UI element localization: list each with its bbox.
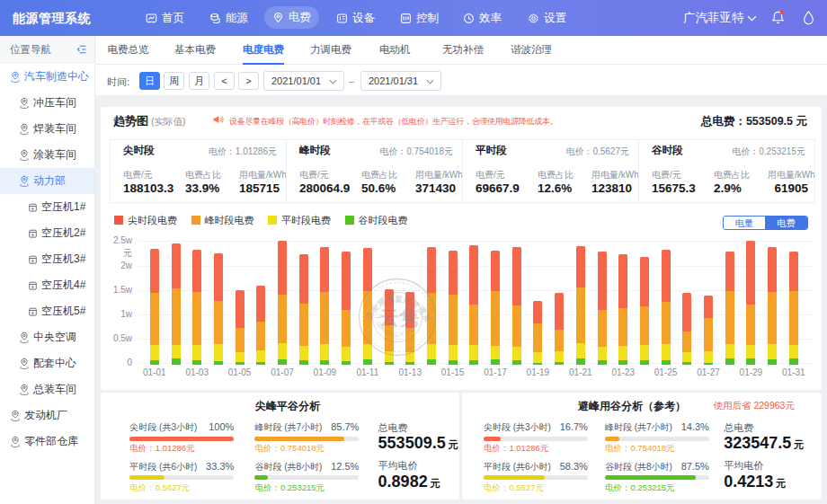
svg-text:∴: ∴	[364, 315, 368, 321]
svg-text:云隽: 云隽	[379, 306, 419, 329]
svg-text:∴: ∴	[426, 315, 430, 321]
